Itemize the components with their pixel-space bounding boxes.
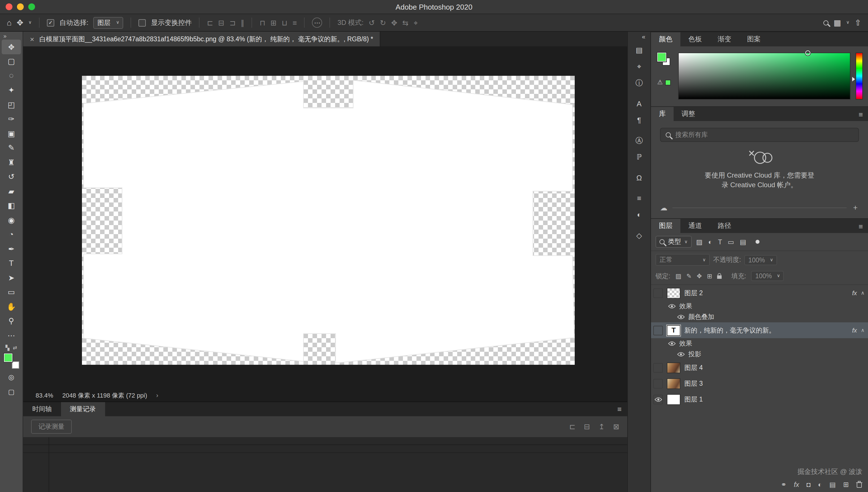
visibility-toggle[interactable]: [653, 288, 663, 298]
rectangular-marquee-tool[interactable]: ▢: [2, 54, 21, 69]
export-measurements-icon[interactable]: ↥: [599, 422, 605, 431]
tab-libraries[interactable]: 库: [651, 107, 674, 121]
layer-style-icon[interactable]: fx: [794, 481, 799, 488]
minimize-window-button[interactable]: [17, 3, 24, 10]
new-layer-icon[interactable]: ⊞: [843, 481, 849, 488]
foreground-color-swatch[interactable]: [4, 353, 12, 362]
move-tool[interactable]: ✥: [2, 40, 21, 54]
layer-name[interactable]: 新的，纯新的，毫无争议的新。: [684, 326, 848, 335]
more-tools-button[interactable]: ⋯: [2, 328, 21, 342]
share-icon[interactable]: ⇧: [855, 19, 861, 27]
filter-toggle-icon[interactable]: [756, 240, 760, 244]
layer-name[interactable]: 图层 4: [684, 363, 865, 372]
gamut-color-swatch[interactable]: [665, 79, 671, 85]
distribute-vertical-icon[interactable]: ≡: [292, 19, 297, 26]
lasso-tool[interactable]: ◌: [2, 69, 21, 83]
visibility-toggle[interactable]: [653, 378, 663, 388]
history-brush-tool[interactable]: ↺: [2, 169, 21, 184]
tab-paths[interactable]: 路径: [710, 219, 739, 233]
threed-panel-icon[interactable]: ◇: [631, 228, 648, 243]
filter-smart-objects-icon[interactable]: ▤: [740, 238, 746, 246]
delete-layer-icon[interactable]: [856, 481, 862, 488]
character-styles-panel-icon[interactable]: Ⓐ: [631, 133, 648, 148]
search-icon[interactable]: [823, 20, 828, 25]
paragraph-styles-panel-icon[interactable]: ℙ: [631, 150, 648, 164]
effect-row[interactable]: 投影: [651, 349, 868, 360]
lock-pixels-icon[interactable]: ✎: [686, 273, 691, 279]
workspace-switcher-icon[interactable]: ▦: [834, 19, 841, 27]
rectangle-tool[interactable]: ▭: [2, 285, 21, 299]
panel-menu-icon[interactable]: ≡: [617, 405, 622, 413]
align-middle-icon[interactable]: ⊞: [270, 19, 277, 26]
tab-timeline[interactable]: 时间轴: [23, 402, 61, 416]
orbit-3d-icon[interactable]: ↺: [369, 19, 375, 26]
fx-badge[interactable]: fx: [852, 327, 857, 334]
foreground-color-swatch[interactable]: [657, 53, 666, 62]
document-image[interactable]: [82, 76, 575, 365]
character-panel-icon[interactable]: A: [631, 96, 648, 111]
cloud-sync-icon[interactable]: ☁: [660, 203, 667, 212]
document-tab[interactable]: × 白模屋顶平面图__3431ea6e2747a8b2831af14865f9b…: [23, 32, 380, 46]
fx-badge[interactable]: fx: [852, 290, 857, 296]
layer-row[interactable]: 图层 3: [651, 375, 868, 391]
brush-tool[interactable]: ✎: [2, 141, 21, 155]
visibility-toggle[interactable]: [653, 394, 663, 404]
zoom-tool[interactable]: ⚲: [2, 314, 21, 328]
library-search-input[interactable]: 搜索所有库: [660, 128, 859, 142]
measurement-table[interactable]: [23, 437, 627, 492]
info-panel-icon[interactable]: ⓘ: [631, 75, 648, 90]
home-icon[interactable]: ⌂: [7, 19, 11, 27]
fill-dropdown[interactable]: 100%∨: [751, 271, 784, 281]
eye-icon[interactable]: [668, 304, 676, 309]
layer-mask-icon[interactable]: ◘: [807, 481, 811, 488]
adjustment-layer-icon[interactable]: ◐: [818, 481, 822, 488]
auto-select-checkbox[interactable]: ✓: [47, 19, 54, 26]
slide-3d-icon[interactable]: ⇆: [402, 19, 409, 26]
delete-measurements-icon[interactable]: ⊠: [613, 422, 620, 431]
lock-position-icon[interactable]: ✥: [697, 273, 702, 279]
blur-tool[interactable]: ◉: [2, 213, 21, 227]
align-right-icon[interactable]: ⊐: [230, 19, 236, 26]
layer-row[interactable]: 图层 2 fx ∧: [651, 285, 868, 301]
lock-transparency-icon[interactable]: ▨: [675, 273, 681, 279]
lock-artboard-icon[interactable]: ⊞: [707, 273, 712, 279]
brush-settings-panel-icon[interactable]: ▤: [631, 43, 648, 57]
chevron-down-icon[interactable]: ∨: [28, 20, 32, 25]
saturation-brightness-field[interactable]: [678, 53, 850, 100]
path-selection-tool[interactable]: ➤: [2, 270, 21, 285]
canvas[interactable]: [23, 46, 627, 389]
tab-swatches[interactable]: 色板: [680, 32, 710, 46]
panel-menu-icon[interactable]: ≡: [859, 110, 863, 119]
pen-tool[interactable]: ✒: [2, 242, 21, 256]
close-icon[interactable]: ×: [30, 35, 34, 43]
eye-icon[interactable]: [668, 341, 676, 346]
effect-row[interactable]: 颜色叠加: [651, 312, 868, 322]
collapse-effects-icon[interactable]: ∧: [861, 290, 865, 296]
eyedropper-tool[interactable]: ✑: [2, 112, 21, 126]
crop-tool[interactable]: ◰: [2, 97, 21, 112]
filter-shape-layers-icon[interactable]: ▭: [728, 238, 734, 246]
properties-panel-icon[interactable]: ≡: [631, 191, 648, 205]
adjustments-panel-icon[interactable]: ◐: [631, 207, 648, 222]
filter-type-layers-icon[interactable]: T: [718, 238, 722, 246]
filter-adjustment-layers-icon[interactable]: ◐: [708, 238, 712, 246]
eye-icon[interactable]: [677, 315, 685, 320]
eraser-tool[interactable]: ▰: [2, 184, 21, 198]
text-layer-thumbnail[interactable]: T: [667, 325, 680, 336]
layer-row[interactable]: 图层 1: [651, 391, 868, 407]
measurement-scale-icon[interactable]: ⊏: [569, 422, 576, 431]
filter-pixel-layers-icon[interactable]: ▨: [696, 238, 703, 246]
hue-slider[interactable]: [856, 53, 863, 100]
layer-name[interactable]: 图层 2: [684, 289, 848, 297]
align-more-button[interactable]: ⋯: [312, 18, 322, 28]
move-tool-preset-icon[interactable]: ✥: [17, 19, 23, 27]
pan-3d-icon[interactable]: ✥: [391, 19, 397, 26]
add-library-icon[interactable]: ＋: [851, 202, 859, 213]
status-chevron-icon[interactable]: ›: [156, 392, 158, 399]
effects-row[interactable]: 效果: [651, 338, 868, 349]
tab-layers[interactable]: 图层: [651, 219, 680, 233]
tab-gradients[interactable]: 渐变: [710, 32, 739, 46]
tab-adjustments[interactable]: 调整: [674, 107, 703, 121]
visibility-toggle[interactable]: [653, 325, 663, 335]
eye-icon[interactable]: [677, 352, 685, 357]
